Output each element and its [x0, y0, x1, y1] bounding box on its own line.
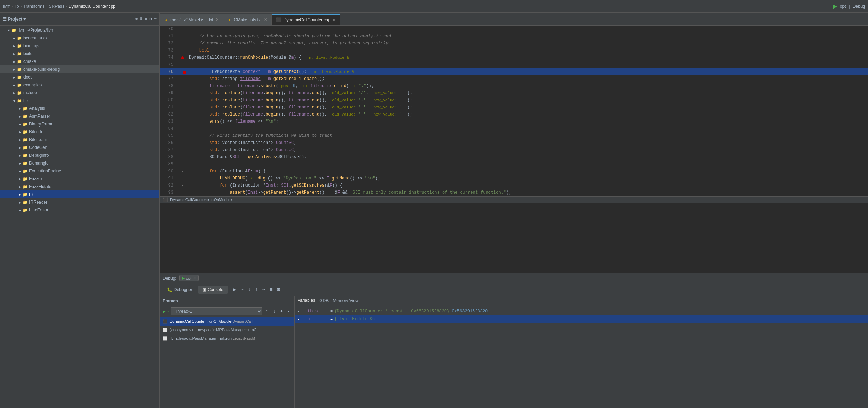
var-expand-m[interactable]: ▸ [298, 317, 305, 322]
sidebar-item-cmake[interactable]: ▸ 📁 cmake [0, 58, 159, 65]
breadcrumb-llvm[interactable]: llvm [3, 4, 10, 9]
frame-icon: ⬛ [163, 319, 168, 324]
sync-icon[interactable]: ⊕ [135, 16, 138, 22]
frame-expand-btn[interactable]: ▸ [286, 308, 292, 315]
code-content: std::replace(filename.begin(), filename.… [188, 104, 868, 111]
breadcrumb-srpass[interactable]: SRPass [49, 4, 64, 9]
breadcrumb-file[interactable]: DynamicCallCounter.cpp [69, 4, 115, 9]
var-name-m: m [308, 317, 329, 322]
sort-icon[interactable]: ⇅ [145, 16, 147, 22]
debug-mode-opt[interactable]: opt [840, 4, 846, 9]
frame-item-1[interactable]: ⬛ DynamicCallCounter::runOnModule Dynami… [160, 317, 294, 326]
line-marker: ▾ [178, 182, 188, 189]
var-expand-this[interactable]: ▸ [298, 309, 305, 314]
sidebar-item-include[interactable]: ▸ 📁 include [0, 89, 159, 97]
sidebar-item-irreader[interactable]: ▸ 📁 IRReader [0, 198, 159, 206]
sidebar-item-build[interactable]: ▸ 📁 build [0, 50, 159, 58]
sidebar-item-label: examples [23, 82, 42, 87]
sidebar-item-codegen[interactable]: ▸ 📁 CodeGen [0, 144, 159, 151]
var-row-this[interactable]: ▸ this = {DynamicCallCounter * const | 0… [295, 307, 868, 315]
sidebar-item-benchmarks[interactable]: ▸ 📁 benchmarks [0, 34, 159, 42]
code-line-73: 73 bool [160, 47, 868, 54]
var-addr-this: 0x5632915f8820 [449, 309, 488, 314]
sidebar-item-demangle[interactable]: ▸ 📁 Demangle [0, 159, 159, 167]
sidebar-item-lineeditor[interactable]: ▸ 📁 LineEditor [0, 206, 159, 214]
sidebar-item-llvm[interactable]: ▾ 📁 llvm ~/Projects/llvm [0, 26, 159, 34]
debug-mode-label[interactable]: Debug [853, 4, 865, 9]
sidebar-item-label: FuzzMutate [29, 184, 51, 189]
settings-btn[interactable]: ⊟ [275, 286, 281, 293]
run-action-icon: ▶ [833, 3, 837, 10]
debug-badge-close[interactable]: ✕ [193, 276, 196, 280]
step-over-btn[interactable]: ↷ [239, 286, 245, 293]
sidebar-item-fuzzer[interactable]: ▸ 📁 Fuzzer [0, 175, 159, 183]
sidebar-item-fuzzmutate[interactable]: ▸ 📁 FuzzMutate [0, 183, 159, 190]
resume-btn[interactable]: ▶ [232, 286, 238, 293]
tab-close-cmake2[interactable]: ✕ [264, 17, 267, 22]
frame-item-3[interactable]: ⬜ llvm::legacy::PassManagerImpl::run Leg… [160, 334, 294, 343]
code-content: filename = filename.substr( pos: 0, n: f… [188, 82, 868, 90]
line-marker [178, 125, 188, 132]
var-value-this: {DynamicCallCounter * const | 0x5632915f… [334, 309, 449, 314]
tab-console-label: Console [208, 287, 223, 292]
line-number: 82 [160, 111, 178, 118]
line-marker [178, 175, 188, 182]
line-number: 90 [160, 168, 178, 175]
code-area[interactable]: 70 71 // For an analysis pass, runOnModu… [160, 26, 868, 273]
breakpoint-marker[interactable] [183, 71, 186, 74]
check-icon: ✓ [167, 309, 169, 314]
run-cursor-btn[interactable]: ⇥ [261, 286, 266, 293]
frames-list: ⬛ DynamicCallCounter::runOnModule Dynami… [160, 317, 294, 408]
line-marker [178, 111, 188, 118]
frame-item-2[interactable]: ⬜ (anonymous namespace)::MPPassManager::… [160, 326, 294, 334]
settings-icon[interactable]: ⚙ [150, 16, 152, 22]
tab-label: CMakeLists.txt [234, 17, 262, 22]
minimize-icon[interactable]: − [154, 16, 157, 22]
list-icon[interactable]: ≡ [140, 16, 142, 22]
sidebar-item-binaryformat[interactable]: ▸ 📁 BinaryFormat [0, 120, 159, 128]
sidebar-item-bindings[interactable]: ▸ 📁 bindings [0, 42, 159, 50]
sidebar-item-bitstream[interactable]: ▸ 📁 Bitstream [0, 136, 159, 144]
debug-toolbar: ▶ ↷ ↓ ↑ ⇥ ⊞ ⊟ [232, 286, 281, 293]
var-row-m[interactable]: ▸ m = {llvm::Module &} [295, 315, 868, 323]
sidebar-item-analysis[interactable]: ▸ 📁 Analysis [0, 104, 159, 112]
sidebar-item-label: DebugInfo [29, 153, 49, 158]
fold-marker2[interactable]: ▾ [181, 183, 184, 188]
sidebar-item-lib[interactable]: ▾ 📁 lib [0, 97, 159, 104]
step-out-btn[interactable]: ↑ [254, 286, 259, 293]
tab-cmake1[interactable]: ▲ tools/.../CMakeLists.txt ✕ [160, 14, 223, 25]
sidebar-item-docs[interactable]: ▸ 📁 docs [0, 73, 159, 81]
thread-up-btn[interactable]: ↑ [264, 308, 270, 315]
frame-plus-btn[interactable]: + [278, 308, 284, 315]
code-content: // compute the results. The actual outpu… [188, 40, 868, 47]
sidebar-item-cmake-build-debug[interactable]: ▸ 📁 cmake-build-debug [0, 65, 159, 73]
tab-console[interactable]: ▣ Console [198, 286, 228, 294]
var-name-this: this [308, 309, 329, 314]
tab-cmake2[interactable]: ▲ CMakeLists.txt ✕ [223, 14, 272, 25]
fold-marker[interactable]: ▾ [181, 169, 184, 173]
cmake-icon: ▲ [164, 17, 168, 22]
sidebar-item-bitcode[interactable]: ▸ 📁 Bitcode [0, 128, 159, 136]
sidebar-item-label: lib [23, 98, 28, 103]
breadcrumb-transforms[interactable]: Transforms [23, 4, 44, 9]
sidebar-item-ir[interactable]: ▸ 📁 IR [0, 190, 159, 198]
evaluate-btn[interactable]: ⊞ [268, 286, 274, 293]
code-content [188, 61, 868, 68]
step-into-btn[interactable]: ↓ [246, 286, 252, 293]
tab-debugger-label: Debugger [174, 287, 192, 292]
line-marker [178, 75, 188, 82]
thread-down-btn[interactable]: ↓ [271, 308, 277, 315]
tab-memory-view[interactable]: Memory View [333, 298, 358, 304]
tab-debugger[interactable]: 🐛 Debugger [163, 286, 197, 294]
sidebar-item-examples[interactable]: ▸ 📁 examples [0, 81, 159, 89]
tab-cpp1[interactable]: ⬛ DynamicCallCounter.cpp ✕ [272, 14, 340, 25]
sidebar-item-executionengine[interactable]: ▸ 📁 ExecutionEngine [0, 167, 159, 175]
thread-selector[interactable]: Thread-1 [171, 307, 262, 315]
sidebar-item-asmparser[interactable]: ▸ 📁 AsmParser [0, 112, 159, 120]
tab-variables[interactable]: Variables [298, 298, 315, 304]
sidebar-item-debuginfo[interactable]: ▸ 📁 DebugInfo [0, 151, 159, 159]
tab-close-cmake1[interactable]: ✕ [216, 17, 219, 22]
breadcrumb-lib[interactable]: lib [15, 4, 19, 9]
tab-close-cpp1[interactable]: ✕ [332, 18, 336, 22]
tab-gdb[interactable]: GDB [319, 298, 329, 304]
